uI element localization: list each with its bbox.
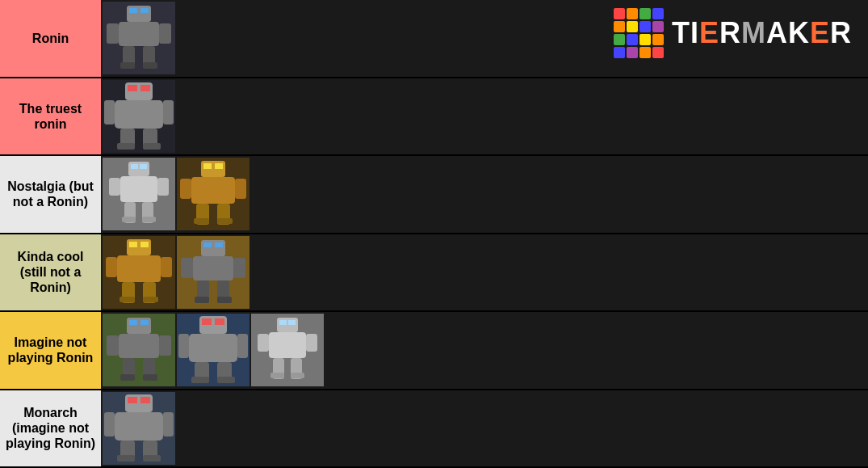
tier-item-ronin-a1[interactable] <box>103 80 175 153</box>
tier-label-b: Nostalgia (but not a Ronin) <box>0 156 101 233</box>
svg-rect-4 <box>119 22 159 46</box>
tier-item-ronin-d1[interactable] <box>103 314 175 386</box>
tier-item-ronin-c1[interactable] <box>103 236 175 309</box>
svg-rect-37 <box>191 177 235 204</box>
svg-rect-65 <box>217 297 232 303</box>
logo-dot <box>652 34 664 45</box>
svg-rect-70 <box>119 334 159 358</box>
svg-rect-104 <box>104 412 115 436</box>
svg-rect-94 <box>306 334 317 352</box>
svg-rect-97 <box>270 373 284 378</box>
svg-rect-42 <box>194 218 209 224</box>
svg-rect-64 <box>195 297 209 303</box>
svg-rect-101 <box>128 397 137 403</box>
svg-rect-49 <box>106 257 117 277</box>
tier-item-ronin-c2[interactable] <box>177 236 249 309</box>
svg-rect-27 <box>109 178 120 196</box>
svg-rect-25 <box>140 164 147 169</box>
logo-dot <box>652 21 664 32</box>
logo-dot <box>639 21 651 32</box>
svg-rect-58 <box>215 242 223 247</box>
tier-item-ronin-s1[interactable] <box>103 2 175 74</box>
svg-rect-35 <box>203 163 212 169</box>
svg-rect-21 <box>143 143 161 150</box>
logo-dot <box>627 8 638 19</box>
logo-dot <box>614 8 625 19</box>
logo-text: TiERMAKER <box>672 16 852 50</box>
tier-content-d <box>101 312 868 389</box>
svg-rect-46 <box>129 242 137 247</box>
svg-rect-53 <box>120 297 135 302</box>
svg-rect-105 <box>163 412 174 436</box>
logo-dot <box>627 47 638 58</box>
svg-rect-15 <box>115 100 163 129</box>
svg-rect-54 <box>143 297 158 302</box>
logo-grid <box>614 8 664 58</box>
svg-rect-6 <box>159 23 171 44</box>
svg-rect-28 <box>157 178 169 196</box>
svg-rect-5 <box>107 23 119 44</box>
svg-rect-31 <box>122 217 136 222</box>
tier-item-ronin-b2[interactable] <box>177 158 249 230</box>
svg-rect-50 <box>161 257 172 277</box>
tier-list-page: TiERMAKER Ronin The truest ronin <box>0 0 868 468</box>
svg-rect-36 <box>215 163 223 169</box>
tiermaker-logo: TiERMAKER <box>614 8 852 58</box>
svg-rect-72 <box>159 335 171 356</box>
svg-rect-82 <box>178 334 189 358</box>
svg-rect-17 <box>163 100 174 124</box>
tier-list: Ronin The truest ronin Nostalgia (but <box>0 0 868 468</box>
svg-rect-10 <box>143 62 157 69</box>
svg-rect-103 <box>115 412 163 441</box>
svg-rect-26 <box>120 176 157 202</box>
logo-dot <box>614 47 625 58</box>
svg-rect-81 <box>189 334 237 362</box>
tier-row-d: Imagine not playing Ronin <box>0 312 868 390</box>
svg-rect-87 <box>217 377 235 383</box>
svg-rect-13 <box>128 85 137 91</box>
svg-rect-32 <box>142 217 156 222</box>
svg-rect-43 <box>217 218 233 224</box>
tiermaker-logo-area: TiERMAKER <box>614 8 852 58</box>
tier-content-e <box>101 390 868 467</box>
svg-rect-3 <box>140 8 149 13</box>
logo-dot <box>614 34 625 45</box>
svg-rect-109 <box>143 455 161 462</box>
tier-label-a: The truest ronin <box>0 78 101 155</box>
tier-item-ronin-b1[interactable] <box>103 158 175 230</box>
tier-content-a <box>101 78 868 155</box>
svg-rect-2 <box>129 8 137 13</box>
logo-dot <box>614 21 625 32</box>
svg-rect-93 <box>258 334 269 352</box>
svg-rect-48 <box>117 255 161 282</box>
svg-rect-38 <box>180 179 191 199</box>
svg-rect-16 <box>104 100 115 124</box>
svg-rect-98 <box>291 373 304 378</box>
tier-row-a: The truest ronin <box>0 78 868 157</box>
logo-dot <box>627 21 638 32</box>
svg-rect-59 <box>193 256 233 280</box>
logo-dot <box>627 34 638 45</box>
logo-dot <box>639 34 651 45</box>
tier-item-ronin-e1[interactable] <box>103 392 175 465</box>
tier-label-e: Monarch (imagine not playing Ronin) <box>0 390 101 467</box>
logo-dot <box>652 47 664 58</box>
tier-row-e: Monarch (imagine not playing Ronin) <box>0 390 868 469</box>
svg-rect-69 <box>140 320 149 325</box>
svg-rect-80 <box>215 318 224 325</box>
svg-rect-61 <box>233 258 245 278</box>
svg-rect-9 <box>120 62 135 69</box>
svg-rect-60 <box>181 258 193 278</box>
tier-label-s: Ronin <box>0 0 101 77</box>
tier-label-d: Imagine not playing Ronin <box>0 312 101 389</box>
tier-label-c: Kinda cool (still not a Ronin) <box>0 234 101 311</box>
logo-dot <box>652 8 664 19</box>
svg-rect-76 <box>143 374 157 381</box>
logo-dot <box>639 47 651 58</box>
tier-item-ronin-d2[interactable] <box>177 314 249 386</box>
svg-rect-14 <box>140 85 150 91</box>
svg-rect-79 <box>202 318 212 325</box>
svg-rect-91 <box>288 320 296 325</box>
tier-item-ronin-d3[interactable] <box>251 314 324 386</box>
svg-rect-108 <box>117 455 135 462</box>
